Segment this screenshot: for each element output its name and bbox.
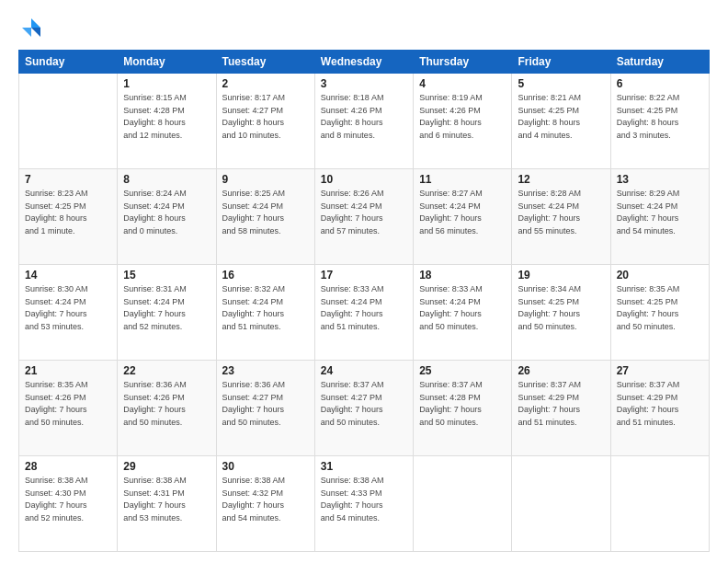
calendar-cell: 27Sunrise: 8:37 AM Sunset: 4:29 PM Dayli… (610, 361, 709, 456)
calendar-cell: 5Sunrise: 8:21 AM Sunset: 4:25 PM Daylig… (512, 74, 610, 169)
calendar-cell: 8Sunrise: 8:24 AM Sunset: 4:24 PM Daylig… (118, 169, 216, 265)
calendar-week-5: 28Sunrise: 8:38 AM Sunset: 4:30 PM Dayli… (19, 456, 710, 552)
day-info: Sunrise: 8:37 AM Sunset: 4:27 PM Dayligh… (321, 379, 407, 429)
day-info: Sunrise: 8:33 AM Sunset: 4:24 PM Dayligh… (419, 283, 506, 333)
day-info: Sunrise: 8:32 AM Sunset: 4:24 PM Dayligh… (222, 283, 309, 333)
day-number: 26 (518, 364, 604, 377)
day-number: 21 (25, 364, 111, 377)
day-info: Sunrise: 8:27 AM Sunset: 4:24 PM Dayligh… (419, 188, 506, 237)
calendar-cell (610, 456, 709, 552)
calendar-cell: 23Sunrise: 8:36 AM Sunset: 4:27 PM Dayli… (216, 361, 314, 456)
calendar-cell: 28Sunrise: 8:38 AM Sunset: 4:30 PM Dayli… (19, 456, 118, 552)
day-number: 5 (518, 77, 604, 90)
svg-marker-0 (31, 18, 40, 28)
calendar-cell (414, 456, 512, 552)
svg-marker-1 (31, 28, 40, 37)
day-number: 30 (222, 460, 309, 473)
weekday-header-sunday: Sunday (19, 51, 118, 74)
day-number: 27 (617, 364, 703, 377)
header (18, 15, 710, 40)
day-number: 23 (222, 364, 309, 377)
day-info: Sunrise: 8:26 AM Sunset: 4:24 PM Dayligh… (321, 188, 407, 237)
calendar-cell: 14Sunrise: 8:30 AM Sunset: 4:24 PM Dayli… (19, 265, 118, 361)
day-number: 28 (25, 460, 111, 473)
calendar-cell: 6Sunrise: 8:22 AM Sunset: 4:25 PM Daylig… (610, 74, 709, 169)
calendar-cell: 12Sunrise: 8:28 AM Sunset: 4:24 PM Dayli… (512, 169, 610, 265)
day-info: Sunrise: 8:31 AM Sunset: 4:24 PM Dayligh… (123, 283, 210, 333)
weekday-header-saturday: Saturday (610, 51, 709, 74)
day-info: Sunrise: 8:23 AM Sunset: 4:25 PM Dayligh… (25, 188, 111, 237)
day-info: Sunrise: 8:36 AM Sunset: 4:27 PM Dayligh… (222, 379, 309, 429)
calendar-cell: 25Sunrise: 8:37 AM Sunset: 4:28 PM Dayli… (414, 361, 512, 456)
calendar-cell: 13Sunrise: 8:29 AM Sunset: 4:24 PM Dayli… (610, 169, 709, 265)
day-info: Sunrise: 8:37 AM Sunset: 4:29 PM Dayligh… (617, 379, 703, 429)
day-info: Sunrise: 8:17 AM Sunset: 4:27 PM Dayligh… (222, 92, 309, 142)
calendar-cell (19, 74, 118, 169)
calendar-cell: 2Sunrise: 8:17 AM Sunset: 4:27 PM Daylig… (216, 74, 314, 169)
day-number: 25 (419, 364, 506, 377)
day-number: 31 (321, 460, 407, 473)
calendar-cell: 7Sunrise: 8:23 AM Sunset: 4:25 PM Daylig… (19, 169, 118, 265)
day-number: 12 (518, 173, 604, 186)
calendar-cell: 18Sunrise: 8:33 AM Sunset: 4:24 PM Dayli… (414, 265, 512, 361)
day-number: 4 (419, 77, 506, 90)
calendar-cell: 10Sunrise: 8:26 AM Sunset: 4:24 PM Dayli… (314, 169, 413, 265)
day-number: 10 (321, 173, 407, 186)
day-info: Sunrise: 8:38 AM Sunset: 4:32 PM Dayligh… (222, 475, 309, 524)
weekday-header-wednesday: Wednesday (314, 51, 413, 74)
page: SundayMondayTuesdayWednesdayThursdayFrid… (0, 0, 728, 563)
calendar-cell: 31Sunrise: 8:38 AM Sunset: 4:33 PM Dayli… (314, 456, 413, 552)
weekday-header-tuesday: Tuesday (216, 51, 314, 74)
calendar-cell: 26Sunrise: 8:37 AM Sunset: 4:29 PM Dayli… (512, 361, 610, 456)
day-number: 15 (123, 269, 210, 282)
day-info: Sunrise: 8:15 AM Sunset: 4:28 PM Dayligh… (123, 92, 210, 142)
weekday-header-friday: Friday (512, 51, 610, 74)
day-info: Sunrise: 8:35 AM Sunset: 4:25 PM Dayligh… (617, 283, 703, 333)
day-info: Sunrise: 8:38 AM Sunset: 4:33 PM Dayligh… (321, 475, 407, 524)
day-number: 8 (123, 173, 210, 186)
calendar-cell: 22Sunrise: 8:36 AM Sunset: 4:26 PM Dayli… (118, 361, 216, 456)
day-info: Sunrise: 8:22 AM Sunset: 4:25 PM Dayligh… (617, 92, 703, 142)
calendar-cell: 17Sunrise: 8:33 AM Sunset: 4:24 PM Dayli… (314, 265, 413, 361)
day-info: Sunrise: 8:28 AM Sunset: 4:24 PM Dayligh… (518, 188, 604, 237)
day-info: Sunrise: 8:29 AM Sunset: 4:24 PM Dayligh… (617, 188, 703, 237)
calendar-week-1: 1Sunrise: 8:15 AM Sunset: 4:28 PM Daylig… (19, 74, 710, 169)
day-number: 3 (321, 77, 407, 90)
weekday-header-monday: Monday (118, 51, 216, 74)
day-info: Sunrise: 8:37 AM Sunset: 4:29 PM Dayligh… (518, 379, 604, 429)
calendar-table: SundayMondayTuesdayWednesdayThursdayFrid… (18, 50, 710, 552)
calendar-cell: 16Sunrise: 8:32 AM Sunset: 4:24 PM Dayli… (216, 265, 314, 361)
calendar-header: SundayMondayTuesdayWednesdayThursdayFrid… (19, 51, 710, 74)
day-info: Sunrise: 8:19 AM Sunset: 4:26 PM Dayligh… (419, 92, 506, 142)
calendar-cell: 15Sunrise: 8:31 AM Sunset: 4:24 PM Dayli… (118, 265, 216, 361)
calendar-week-3: 14Sunrise: 8:30 AM Sunset: 4:24 PM Dayli… (19, 265, 710, 361)
day-number: 7 (25, 173, 111, 186)
calendar-cell: 11Sunrise: 8:27 AM Sunset: 4:24 PM Dayli… (414, 169, 512, 265)
day-info: Sunrise: 8:24 AM Sunset: 4:24 PM Dayligh… (123, 188, 210, 237)
weekday-row: SundayMondayTuesdayWednesdayThursdayFrid… (19, 51, 710, 74)
calendar-cell: 30Sunrise: 8:38 AM Sunset: 4:32 PM Dayli… (216, 456, 314, 552)
day-info: Sunrise: 8:18 AM Sunset: 4:26 PM Dayligh… (321, 92, 407, 142)
calendar-cell: 1Sunrise: 8:15 AM Sunset: 4:28 PM Daylig… (118, 74, 216, 169)
day-number: 20 (617, 269, 703, 282)
calendar-cell: 29Sunrise: 8:38 AM Sunset: 4:31 PM Dayli… (118, 456, 216, 552)
day-number: 6 (617, 77, 703, 90)
calendar-body: 1Sunrise: 8:15 AM Sunset: 4:28 PM Daylig… (19, 74, 710, 552)
day-number: 9 (222, 173, 309, 186)
day-number: 1 (123, 77, 210, 90)
calendar-cell: 21Sunrise: 8:35 AM Sunset: 4:26 PM Dayli… (19, 361, 118, 456)
day-info: Sunrise: 8:21 AM Sunset: 4:25 PM Dayligh… (518, 92, 604, 142)
day-number: 17 (321, 269, 407, 282)
calendar-week-4: 21Sunrise: 8:35 AM Sunset: 4:26 PM Dayli… (19, 361, 710, 456)
calendar-cell (512, 456, 610, 552)
day-info: Sunrise: 8:34 AM Sunset: 4:25 PM Dayligh… (518, 283, 604, 333)
day-number: 22 (123, 364, 210, 377)
day-info: Sunrise: 8:38 AM Sunset: 4:31 PM Dayligh… (123, 475, 210, 524)
day-info: Sunrise: 8:33 AM Sunset: 4:24 PM Dayligh… (321, 283, 407, 333)
day-number: 11 (419, 173, 506, 186)
day-number: 13 (617, 173, 703, 186)
day-number: 19 (518, 269, 604, 282)
day-info: Sunrise: 8:30 AM Sunset: 4:24 PM Dayligh… (25, 283, 111, 333)
day-info: Sunrise: 8:25 AM Sunset: 4:24 PM Dayligh… (222, 188, 309, 237)
calendar-cell: 4Sunrise: 8:19 AM Sunset: 4:26 PM Daylig… (414, 74, 512, 169)
